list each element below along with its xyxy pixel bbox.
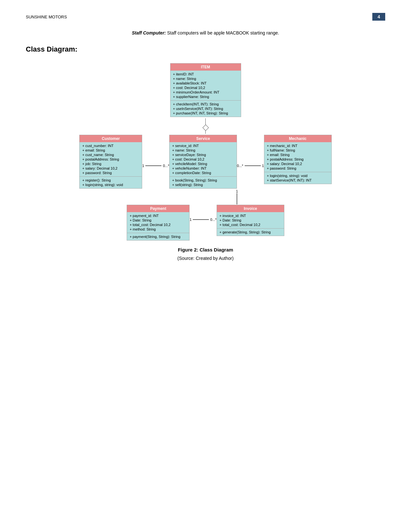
item-attrs: + itemID: INT + name: String + available…	[171, 71, 241, 100]
item-method-2: + purchase(INT, INT, String): String	[173, 111, 238, 115]
item-attr-0: + itemID: INT	[173, 72, 238, 76]
item-method-0: + checkItem(INT, INT): String	[173, 102, 238, 106]
invoice-attrs: + invoice_id: INT + Date: String + total…	[217, 212, 284, 228]
payment-header: Payment	[127, 205, 189, 212]
page: SUNSHINE MOTORS 4 Staff Computer: Staff …	[0, 0, 411, 532]
conn-label-payment-0star: 0...*	[210, 218, 217, 222]
conn-label-payment-1: 1	[190, 218, 191, 222]
item-attr-2: + availableStock: INT	[173, 81, 238, 85]
mechanic-attrs: + mechanic_id: INT + fullName: String + …	[264, 142, 331, 172]
invoice-class: Invoice + invoice_id: INT + Date: String…	[217, 205, 284, 236]
header: SUNSHINE MOTORS 4	[26, 13, 385, 21]
item-methods: + checkItem(INT, INT): String + useInSer…	[171, 100, 241, 117]
staff-text: Staff computers will be apple MACBOOK st…	[166, 30, 279, 35]
figure-caption: Figure 2: Class Diagram	[26, 247, 385, 252]
mechanic-header: Mechanic	[264, 135, 331, 142]
customer-class: Customer + cust_number: INT + email: Str…	[79, 135, 142, 189]
staff-section: Staff Computer: Staff computers will be …	[26, 30, 385, 35]
service-attrs: + service_id: INT + name: String + servi…	[170, 142, 237, 176]
conn-label-1: 1	[142, 164, 144, 168]
invoice-methods: + generate(String, String): String	[217, 228, 284, 236]
item-class: ITEM + itemID: INT + name: String + avai…	[170, 63, 241, 117]
item-header: ITEM	[171, 64, 241, 71]
item-attr-5: + supplierName: String	[173, 94, 238, 99]
customer-header: Customer	[80, 135, 142, 142]
service-methods: + book(String, String): String + sell(st…	[170, 176, 237, 188]
conn-label-service-invoice: 1	[236, 189, 238, 193]
customer-attrs: + cust_number: INT + email: String + cus…	[80, 142, 142, 176]
conn-label-0star-right: 0...*	[237, 164, 243, 168]
customer-methods: + register(): String + login(string, str…	[80, 176, 142, 188]
payment-attrs: + payment_id: INT + Date: String + total…	[127, 212, 189, 233]
figure-source: (Source: Created by Author)	[26, 256, 385, 261]
item-attr-1: + name: String	[173, 76, 238, 81]
mechanic-class: Mechanic + mechanic_id: INT + fullName: …	[264, 135, 332, 184]
invoice-header: Invoice	[217, 205, 284, 212]
page-number: 4	[372, 13, 385, 21]
staff-bold-label: Staff Computer:	[132, 30, 166, 35]
conn-label-1-right: 1	[262, 164, 264, 168]
service-class: Service + service_id: INT + name: String…	[169, 135, 237, 189]
section-heading: Class Diagram:	[26, 45, 385, 54]
service-header: Service	[170, 135, 237, 142]
header-title: SUNSHINE MOTORS	[26, 15, 67, 19]
payment-class: Payment + payment_id: INT + Date: String…	[127, 205, 190, 241]
item-attr-3: + cost: Decimal 10,2	[173, 85, 238, 90]
item-attr-4: + minimumOrderAmount: INT	[173, 90, 238, 94]
conn-label-0star-left: 0...*	[163, 164, 169, 168]
diagram-wrapper: ITEM + itemID: INT + name: String + avai…	[26, 63, 385, 241]
mechanic-methods: + login(string, string): void + startSer…	[264, 172, 331, 184]
item-method-1: + useInService(INT, INT): String	[173, 106, 238, 111]
payment-methods: + payment(String, String): String	[127, 233, 189, 240]
